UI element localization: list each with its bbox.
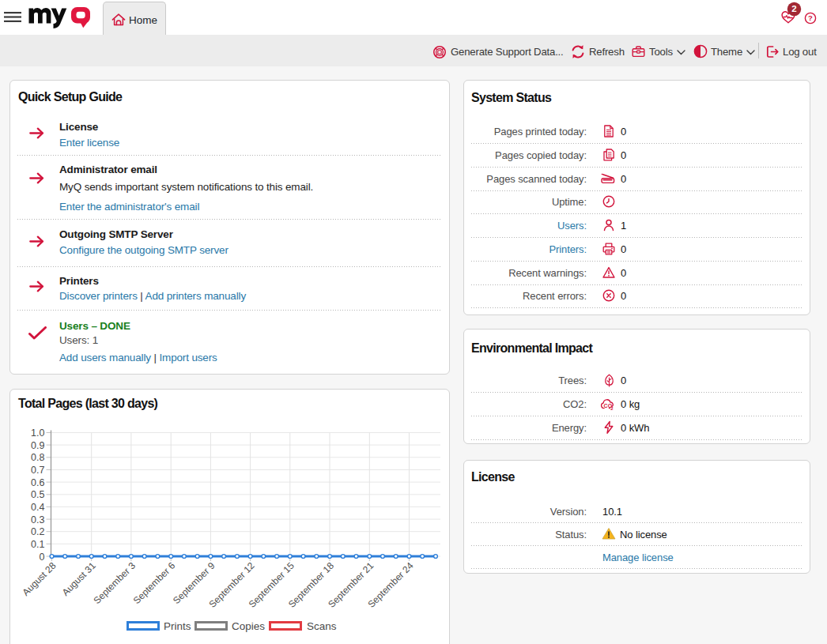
svg-text:0.1: 0.1 [31, 539, 44, 550]
svg-text:0.3: 0.3 [31, 514, 44, 525]
svg-text:August 28: August 28 [21, 559, 59, 597]
svg-text:0.2: 0.2 [31, 526, 44, 537]
svg-text:September 3: September 3 [92, 559, 138, 606]
svg-text:2: 2 [791, 4, 796, 13]
svg-text:0.9: 0.9 [31, 440, 44, 451]
svg-text:0: 0 [40, 552, 45, 563]
svg-text:0.8: 0.8 [31, 452, 44, 463]
svg-text:0.4: 0.4 [31, 502, 44, 513]
svg-text:0.5: 0.5 [31, 489, 44, 500]
svg-text:1.0: 1.0 [31, 427, 44, 439]
svg-text:?: ? [808, 13, 813, 22]
svg-text:0.6: 0.6 [31, 477, 44, 488]
svg-text:0.7: 0.7 [31, 465, 44, 476]
svg-text:2: 2 [610, 406, 614, 411]
svg-text:August 31: August 31 [60, 559, 98, 597]
